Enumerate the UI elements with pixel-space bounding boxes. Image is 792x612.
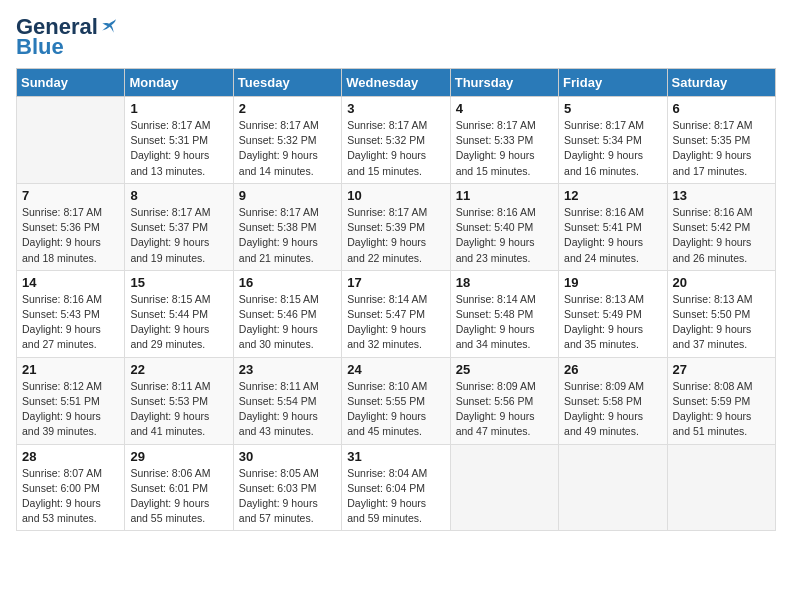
day-number: 20 [673, 275, 770, 290]
calendar-cell: 28Sunrise: 8:07 AM Sunset: 6:00 PM Dayli… [17, 444, 125, 531]
calendar-cell: 17Sunrise: 8:14 AM Sunset: 5:47 PM Dayli… [342, 270, 450, 357]
calendar-cell: 12Sunrise: 8:16 AM Sunset: 5:41 PM Dayli… [559, 183, 667, 270]
calendar-cell [667, 444, 775, 531]
day-number: 8 [130, 188, 227, 203]
weekday-header-tuesday: Tuesday [233, 69, 341, 97]
weekday-header-wednesday: Wednesday [342, 69, 450, 97]
calendar-cell: 10Sunrise: 8:17 AM Sunset: 5:39 PM Dayli… [342, 183, 450, 270]
day-info: Sunrise: 8:10 AM Sunset: 5:55 PM Dayligh… [347, 379, 444, 440]
weekday-header-thursday: Thursday [450, 69, 558, 97]
day-number: 6 [673, 101, 770, 116]
calendar-cell: 5Sunrise: 8:17 AM Sunset: 5:34 PM Daylig… [559, 97, 667, 184]
calendar-cell: 7Sunrise: 8:17 AM Sunset: 5:36 PM Daylig… [17, 183, 125, 270]
calendar-cell: 19Sunrise: 8:13 AM Sunset: 5:49 PM Dayli… [559, 270, 667, 357]
calendar-cell [450, 444, 558, 531]
day-info: Sunrise: 8:17 AM Sunset: 5:36 PM Dayligh… [22, 205, 119, 266]
calendar-cell: 4Sunrise: 8:17 AM Sunset: 5:33 PM Daylig… [450, 97, 558, 184]
weekday-header-row: SundayMondayTuesdayWednesdayThursdayFrid… [17, 69, 776, 97]
calendar-cell [559, 444, 667, 531]
weekday-header-saturday: Saturday [667, 69, 775, 97]
calendar-cell: 6Sunrise: 8:17 AM Sunset: 5:35 PM Daylig… [667, 97, 775, 184]
calendar-cell: 22Sunrise: 8:11 AM Sunset: 5:53 PM Dayli… [125, 357, 233, 444]
day-number: 31 [347, 449, 444, 464]
day-number: 5 [564, 101, 661, 116]
day-info: Sunrise: 8:17 AM Sunset: 5:33 PM Dayligh… [456, 118, 553, 179]
calendar-cell: 8Sunrise: 8:17 AM Sunset: 5:37 PM Daylig… [125, 183, 233, 270]
calendar-cell: 9Sunrise: 8:17 AM Sunset: 5:38 PM Daylig… [233, 183, 341, 270]
logo: General Blue [16, 16, 118, 58]
day-number: 22 [130, 362, 227, 377]
calendar-week-row: 28Sunrise: 8:07 AM Sunset: 6:00 PM Dayli… [17, 444, 776, 531]
day-info: Sunrise: 8:17 AM Sunset: 5:32 PM Dayligh… [347, 118, 444, 179]
day-number: 26 [564, 362, 661, 377]
day-info: Sunrise: 8:17 AM Sunset: 5:34 PM Dayligh… [564, 118, 661, 179]
day-info: Sunrise: 8:04 AM Sunset: 6:04 PM Dayligh… [347, 466, 444, 527]
logo-blue-text: Blue [16, 36, 64, 58]
day-info: Sunrise: 8:09 AM Sunset: 5:58 PM Dayligh… [564, 379, 661, 440]
calendar-cell: 16Sunrise: 8:15 AM Sunset: 5:46 PM Dayli… [233, 270, 341, 357]
day-number: 10 [347, 188, 444, 203]
day-number: 28 [22, 449, 119, 464]
calendar-cell [17, 97, 125, 184]
weekday-header-monday: Monday [125, 69, 233, 97]
day-info: Sunrise: 8:06 AM Sunset: 6:01 PM Dayligh… [130, 466, 227, 527]
day-info: Sunrise: 8:14 AM Sunset: 5:48 PM Dayligh… [456, 292, 553, 353]
calendar-cell: 15Sunrise: 8:15 AM Sunset: 5:44 PM Dayli… [125, 270, 233, 357]
day-number: 7 [22, 188, 119, 203]
day-number: 11 [456, 188, 553, 203]
day-info: Sunrise: 8:11 AM Sunset: 5:53 PM Dayligh… [130, 379, 227, 440]
calendar-week-row: 1Sunrise: 8:17 AM Sunset: 5:31 PM Daylig… [17, 97, 776, 184]
calendar-cell: 27Sunrise: 8:08 AM Sunset: 5:59 PM Dayli… [667, 357, 775, 444]
calendar-cell: 24Sunrise: 8:10 AM Sunset: 5:55 PM Dayli… [342, 357, 450, 444]
day-number: 17 [347, 275, 444, 290]
calendar-cell: 30Sunrise: 8:05 AM Sunset: 6:03 PM Dayli… [233, 444, 341, 531]
day-number: 25 [456, 362, 553, 377]
day-number: 27 [673, 362, 770, 377]
calendar-cell: 29Sunrise: 8:06 AM Sunset: 6:01 PM Dayli… [125, 444, 233, 531]
day-number: 12 [564, 188, 661, 203]
day-number: 14 [22, 275, 119, 290]
day-info: Sunrise: 8:11 AM Sunset: 5:54 PM Dayligh… [239, 379, 336, 440]
day-info: Sunrise: 8:15 AM Sunset: 5:46 PM Dayligh… [239, 292, 336, 353]
day-number: 30 [239, 449, 336, 464]
calendar-cell: 1Sunrise: 8:17 AM Sunset: 5:31 PM Daylig… [125, 97, 233, 184]
calendar-cell: 21Sunrise: 8:12 AM Sunset: 5:51 PM Dayli… [17, 357, 125, 444]
day-number: 19 [564, 275, 661, 290]
day-info: Sunrise: 8:16 AM Sunset: 5:41 PM Dayligh… [564, 205, 661, 266]
day-info: Sunrise: 8:05 AM Sunset: 6:03 PM Dayligh… [239, 466, 336, 527]
day-number: 1 [130, 101, 227, 116]
day-info: Sunrise: 8:17 AM Sunset: 5:32 PM Dayligh… [239, 118, 336, 179]
calendar-cell: 31Sunrise: 8:04 AM Sunset: 6:04 PM Dayli… [342, 444, 450, 531]
day-info: Sunrise: 8:17 AM Sunset: 5:39 PM Dayligh… [347, 205, 444, 266]
day-info: Sunrise: 8:16 AM Sunset: 5:42 PM Dayligh… [673, 205, 770, 266]
day-number: 15 [130, 275, 227, 290]
calendar-cell: 11Sunrise: 8:16 AM Sunset: 5:40 PM Dayli… [450, 183, 558, 270]
day-info: Sunrise: 8:16 AM Sunset: 5:43 PM Dayligh… [22, 292, 119, 353]
day-number: 4 [456, 101, 553, 116]
calendar-week-row: 14Sunrise: 8:16 AM Sunset: 5:43 PM Dayli… [17, 270, 776, 357]
day-number: 24 [347, 362, 444, 377]
page-header: General Blue [16, 16, 776, 58]
calendar-cell: 2Sunrise: 8:17 AM Sunset: 5:32 PM Daylig… [233, 97, 341, 184]
day-info: Sunrise: 8:13 AM Sunset: 5:49 PM Dayligh… [564, 292, 661, 353]
day-info: Sunrise: 8:14 AM Sunset: 5:47 PM Dayligh… [347, 292, 444, 353]
calendar-cell: 18Sunrise: 8:14 AM Sunset: 5:48 PM Dayli… [450, 270, 558, 357]
weekday-header-sunday: Sunday [17, 69, 125, 97]
day-number: 23 [239, 362, 336, 377]
calendar-cell: 25Sunrise: 8:09 AM Sunset: 5:56 PM Dayli… [450, 357, 558, 444]
weekday-header-friday: Friday [559, 69, 667, 97]
day-info: Sunrise: 8:07 AM Sunset: 6:00 PM Dayligh… [22, 466, 119, 527]
day-number: 18 [456, 275, 553, 290]
day-info: Sunrise: 8:13 AM Sunset: 5:50 PM Dayligh… [673, 292, 770, 353]
day-info: Sunrise: 8:15 AM Sunset: 5:44 PM Dayligh… [130, 292, 227, 353]
calendar-cell: 3Sunrise: 8:17 AM Sunset: 5:32 PM Daylig… [342, 97, 450, 184]
calendar-week-row: 7Sunrise: 8:17 AM Sunset: 5:36 PM Daylig… [17, 183, 776, 270]
day-info: Sunrise: 8:12 AM Sunset: 5:51 PM Dayligh… [22, 379, 119, 440]
day-info: Sunrise: 8:17 AM Sunset: 5:35 PM Dayligh… [673, 118, 770, 179]
day-number: 9 [239, 188, 336, 203]
day-info: Sunrise: 8:17 AM Sunset: 5:38 PM Dayligh… [239, 205, 336, 266]
day-number: 21 [22, 362, 119, 377]
calendar-cell: 26Sunrise: 8:09 AM Sunset: 5:58 PM Dayli… [559, 357, 667, 444]
logo-bird-icon [100, 17, 118, 35]
calendar-cell: 13Sunrise: 8:16 AM Sunset: 5:42 PM Dayli… [667, 183, 775, 270]
